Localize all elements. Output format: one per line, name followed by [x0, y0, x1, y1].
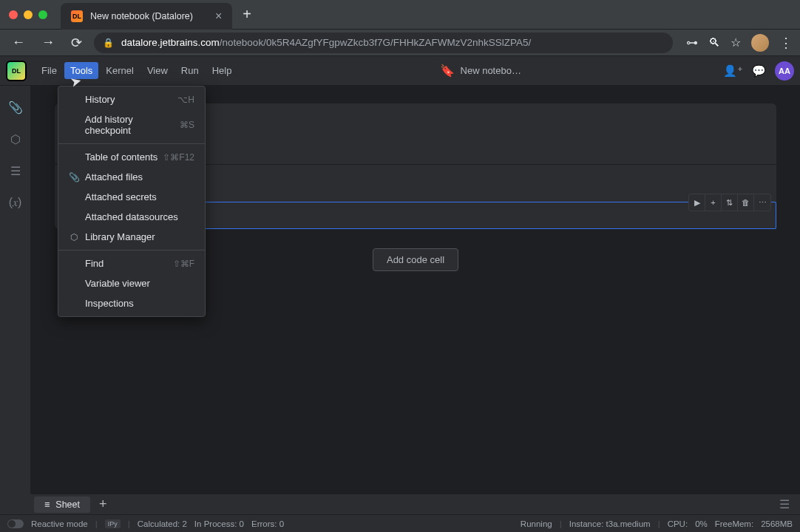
- cell-toolbar: ▶ + ⇅ 🗑 ⋯: [688, 194, 771, 211]
- bookmark-icon[interactable]: 🔖: [440, 64, 455, 78]
- menu-tools[interactable]: Tools: [64, 62, 98, 79]
- back-button[interactable]: ←: [7, 32, 30, 53]
- user-avatar[interactable]: AA: [775, 61, 794, 81]
- more-cell-button[interactable]: ⋯: [754, 194, 770, 211]
- menu-item-label: Table of contents: [85, 151, 157, 163]
- attachments-icon[interactable]: 📎: [8, 100, 23, 115]
- status-running: Running: [521, 519, 552, 528]
- menu-item-label: Variable viewer: [85, 278, 150, 289]
- browser-menu-icon[interactable]: ⋮: [779, 35, 793, 51]
- menu-library-manager[interactable]: ⬡Library Manager: [58, 227, 205, 247]
- run-cell-button[interactable]: ▶: [689, 194, 705, 211]
- menu-variable-viewer[interactable]: Variable viewer: [58, 273, 205, 293]
- reactive-label: Reactive mode: [31, 519, 88, 528]
- share-icon[interactable]: 👤⁺: [723, 64, 743, 78]
- menu-view[interactable]: View: [141, 62, 174, 79]
- reload-button[interactable]: ⟳: [67, 32, 87, 54]
- menu-help[interactable]: Help: [206, 62, 238, 79]
- address-bar[interactable]: 🔒 datalore.jetbrains.com/notebook/0k5R4A…: [94, 33, 673, 53]
- tools-dropdown: History ⌥H Add history checkpoint ⌘S Tab…: [58, 86, 206, 317]
- menu-shortcut: ⇧⌘F: [173, 259, 194, 269]
- url-host: datalore.jetbrains.com: [121, 37, 220, 48]
- status-calculated: Calculated: 2: [138, 519, 187, 528]
- menu-attached-secrets[interactable]: Attached secrets: [58, 187, 205, 207]
- menu-find[interactable]: Find ⇧⌘F: [58, 253, 205, 273]
- ipy-badge[interactable]: IPy: [105, 519, 121, 528]
- left-rail: 📎 ⬡ ☰ (𝑥): [0, 86, 31, 494]
- menu-item-label: History: [85, 94, 115, 105]
- search-icon[interactable]: 🔍︎: [708, 36, 720, 50]
- reactive-toggle[interactable]: [7, 519, 24, 528]
- forward-button[interactable]: →: [37, 32, 59, 53]
- status-bar: Reactive mode | IPy | Calculated: 2 In P…: [0, 514, 800, 532]
- star-icon[interactable]: ☆: [730, 35, 741, 50]
- new-tab-button[interactable]: +: [243, 6, 251, 23]
- menu-shortcut: ⌥H: [177, 95, 194, 105]
- menu-shortcut: ⌘S: [180, 120, 194, 130]
- add-code-cell-button[interactable]: Add code cell: [373, 248, 458, 271]
- sheet-icon: ≡: [44, 499, 50, 510]
- url-path: /notebook/0k5R4AZgfYFgpwZkcb3f7G/FHHkZAF…: [220, 37, 531, 48]
- window-close[interactable]: [9, 10, 18, 19]
- package-icon[interactable]: ⬡: [10, 132, 21, 146]
- tab-title: New notebook (Datalore): [90, 11, 193, 21]
- close-icon[interactable]: ×: [215, 10, 222, 23]
- menu-item-label: Find: [85, 258, 104, 269]
- menu-kernel[interactable]: Kernel: [100, 62, 140, 79]
- menu-item-label: Inspections: [85, 298, 134, 309]
- toc-icon[interactable]: ☰: [10, 164, 21, 178]
- feedback-icon[interactable]: 💬: [752, 64, 766, 78]
- header-center: 🔖 New notebo…: [237, 64, 723, 78]
- profile-avatar[interactable]: [751, 34, 769, 52]
- variable-icon[interactable]: (𝑥): [9, 196, 22, 209]
- lock-icon: 🔒: [103, 38, 114, 48]
- package-icon: ⬡: [69, 232, 79, 242]
- favicon: DL: [71, 10, 83, 22]
- sheet-bar: ≡ Sheet + ☰: [31, 494, 800, 514]
- menu-bar: File Tools Kernel View Run Help: [35, 62, 237, 79]
- menu-run[interactable]: Run: [175, 62, 205, 79]
- address-bar-row: ← → ⟳ 🔒 datalore.jetbrains.com/notebook/…: [0, 30, 800, 56]
- menu-toc[interactable]: Table of contents ⇧⌘F12: [58, 147, 205, 167]
- sheet-label: Sheet: [55, 499, 80, 510]
- paperclip-icon: 📎: [69, 172, 79, 183]
- notebook-name[interactable]: New notebo…: [461, 65, 521, 76]
- menu-item-label: Library Manager: [85, 231, 155, 242]
- menu-item-label: Attached datasources: [85, 211, 178, 222]
- status-cpu-label: CPU:: [668, 519, 688, 528]
- add-sheet-button[interactable]: +: [93, 497, 113, 512]
- menu-separator: [58, 250, 205, 250]
- menu-history[interactable]: History ⌥H: [58, 89, 205, 109]
- status-freemem-val: 2568MB: [761, 519, 793, 528]
- status-freemem-label: FreeMem:: [715, 519, 753, 528]
- menu-shortcut: ⇧⌘F12: [163, 152, 194, 163]
- menu-attached-files[interactable]: 📎Attached files: [58, 167, 205, 187]
- delete-cell-button[interactable]: 🗑: [738, 194, 754, 211]
- traffic-lights: [9, 10, 47, 19]
- menu-file[interactable]: File: [35, 62, 63, 79]
- add-below-button[interactable]: +: [705, 194, 722, 211]
- status-cpu-val: 0%: [695, 519, 708, 528]
- menu-item-label: Attached files: [85, 171, 143, 183]
- app-header: DL File Tools Kernel View Run Help 🔖 New…: [0, 56, 800, 86]
- menu-item-label: Add history checkpoint: [85, 114, 180, 136]
- menu-inspections[interactable]: Inspections: [58, 293, 205, 313]
- window-maximize[interactable]: [38, 10, 47, 19]
- sheet-list-icon[interactable]: ☰: [779, 497, 797, 511]
- move-cell-button[interactable]: ⇅: [722, 194, 738, 211]
- browser-tab[interactable]: DL New notebook (Datalore) ×: [61, 3, 232, 30]
- menu-item-label: Attached secrets: [85, 191, 157, 202]
- status-instance: Instance: t3a.medium: [569, 519, 651, 528]
- menu-add-checkpoint[interactable]: Add history checkpoint ⌘S: [58, 109, 205, 140]
- sheet-tab[interactable]: ≡ Sheet: [34, 497, 90, 513]
- status-inprocess: In Process: 0: [194, 519, 244, 528]
- app-logo[interactable]: DL: [6, 61, 27, 81]
- menu-attached-datasources[interactable]: Attached datasources: [58, 207, 205, 227]
- status-errors: Errors: 0: [251, 519, 284, 528]
- menu-separator: [58, 143, 205, 144]
- browser-chrome: DL New notebook (Datalore) × +: [0, 0, 800, 30]
- window-minimize[interactable]: [24, 10, 33, 19]
- key-icon[interactable]: ⊶: [686, 35, 698, 50]
